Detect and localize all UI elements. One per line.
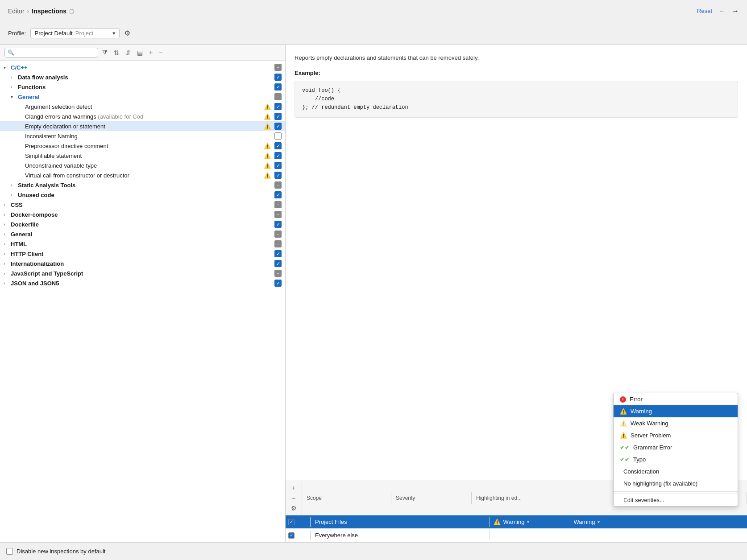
- right-panel: Reports empty declarations and statement…: [286, 45, 747, 542]
- checkbox-cpp[interactable]: −: [274, 64, 282, 71]
- tree-list: ▾ C/C++ − › Data flow analysis ✓ › Funct…: [0, 61, 285, 542]
- tree-item-preprocessor[interactable]: Preprocessor directive comment ⚠️ ✓: [0, 141, 285, 151]
- checkbox-html[interactable]: −: [274, 240, 282, 247]
- add-button[interactable]: +: [147, 48, 155, 58]
- item-label-html: HTML: [11, 241, 273, 247]
- dropdown-item-grammar-error[interactable]: ✔✔ Grammar Error: [614, 441, 738, 453]
- dropdown-item-error[interactable]: ! Error: [614, 393, 738, 406]
- item-label-static-tools: Static Analysis Tools: [18, 182, 273, 189]
- checkbox-json[interactable]: ✓: [274, 280, 282, 287]
- checkbox-inconsistent[interactable]: [274, 132, 282, 140]
- tree-item-static-tools[interactable]: › Static Analysis Tools −: [0, 180, 285, 190]
- checkbox-unused-code[interactable]: ✓: [274, 191, 282, 198]
- tree-item-dataflow[interactable]: › Data flow analysis ✓: [0, 72, 285, 82]
- breadcrumb-sep: ›: [27, 8, 29, 15]
- checkbox-i18n[interactable]: ✓: [274, 260, 282, 267]
- checkbox-arg-sel[interactable]: ✓: [274, 103, 282, 110]
- dropdown-item-warning[interactable]: ⚠️ Warning: [614, 405, 738, 417]
- checkbox-preprocessor[interactable]: ✓: [274, 142, 282, 149]
- code-block: void foo() { //code }; // redundant empt…: [295, 81, 738, 118]
- reset-button[interactable]: Reset: [697, 8, 712, 14]
- code-line-3: }; // redundant empty declaration: [302, 103, 730, 112]
- tree-item-docker-compose[interactable]: › Docker-compose −: [0, 210, 285, 219]
- item-label-inconsistent: Inconsistent Naming: [25, 133, 273, 140]
- dropdown-item-consideration[interactable]: Consideration: [614, 465, 738, 478]
- tree-item-arg-sel[interactable]: Argument selection defect ⚠️ ✓: [0, 102, 285, 111]
- checkbox-clangd[interactable]: ✓: [274, 113, 282, 120]
- checkbox-dataflow[interactable]: ✓: [274, 74, 282, 81]
- severity-label: Warning: [503, 519, 525, 525]
- checkbox-css[interactable]: −: [274, 201, 282, 208]
- scope-row-project-files[interactable]: ✓ Project Files ⚠️ Warning ▾ Warning ▾: [286, 515, 747, 529]
- tree-item-empty-decl[interactable]: Empty declaration or statement ⚠️ ✓: [0, 121, 285, 131]
- disable-new-inspections-checkbox[interactable]: [6, 548, 13, 555]
- checkbox-functions[interactable]: ✓: [274, 83, 282, 91]
- checkbox-unconstrained[interactable]: ✓: [274, 162, 282, 169]
- checkbox-static-tools[interactable]: −: [274, 181, 282, 189]
- disable-inspections-label: Disable new inspections by default: [17, 548, 105, 555]
- tree-item-unused-code[interactable]: › Unused code ✓: [0, 190, 285, 200]
- dropdown-item-server-problem[interactable]: ⚠️ Server Problem: [614, 429, 738, 441]
- example-label: Example:: [295, 70, 738, 76]
- checkbox-dockerfile[interactable]: ✓: [274, 221, 282, 228]
- checkbox-virtual-call[interactable]: ✓: [274, 172, 282, 179]
- tree-item-inconsistent[interactable]: Inconsistent Naming: [0, 131, 285, 141]
- left-panel: 🔍 ⧩ ⇅ ⇵ ▤ + − ▾ C/C++ −: [0, 45, 286, 542]
- scope-highlight-project-files[interactable]: Warning ▾: [570, 517, 747, 527]
- remove-button[interactable]: −: [157, 48, 165, 58]
- tree-item-js-ts[interactable]: › JavaScript and TypeScript −: [0, 268, 285, 278]
- expand-arrow: ›: [4, 261, 11, 266]
- item-label-general: General: [11, 231, 273, 238]
- nav-back-button[interactable]: ←: [718, 7, 726, 15]
- scope-col-header-severity: Severity: [391, 492, 472, 504]
- tree-item-simplifiable[interactable]: Simplifiable statement ⚠️ ✓: [0, 151, 285, 161]
- expand-arrow: ›: [4, 271, 11, 276]
- tree-item-dockerfile[interactable]: › Dockerfile ✓: [0, 219, 285, 229]
- gear-icon[interactable]: ⚙: [124, 29, 130, 37]
- dropdown-item-weak-warning[interactable]: ⚠️ Weak Warning: [614, 417, 738, 429]
- scope-severity-project-files[interactable]: ⚠️ Warning ▾: [490, 517, 570, 527]
- item-label-clangd: Clangd errors and warnings (available fo…: [25, 113, 264, 120]
- scope-severity-everywhere-else[interactable]: [490, 534, 570, 537]
- checkbox-simplifiable[interactable]: ✓: [274, 152, 282, 159]
- checkbox-empty-decl[interactable]: ✓: [274, 123, 282, 130]
- scope-row-everywhere-else[interactable]: ✓ Everywhere else: [286, 529, 747, 542]
- checkbox-js-ts[interactable]: −: [274, 270, 282, 277]
- add-scope-button[interactable]: +: [289, 483, 298, 492]
- breadcrumb: Editor › Inspections ▢: [8, 8, 74, 15]
- expand-arrow: ▾: [11, 95, 18, 99]
- remove-scope-button[interactable]: −: [289, 494, 298, 502]
- tree-item-html[interactable]: › HTML −: [0, 239, 285, 249]
- dropdown-item-no-highlight[interactable]: No highlighting (fix available): [614, 478, 738, 490]
- group-button[interactable]: ▤: [135, 48, 145, 58]
- checkbox-docker-compose[interactable]: −: [274, 211, 282, 218]
- nav-forward-button[interactable]: →: [732, 7, 739, 15]
- collapse-all-button[interactable]: ⇵: [123, 48, 133, 58]
- tree-item-cpp[interactable]: ▾ C/C++ −: [0, 62, 285, 72]
- dropdown-item-edit-severities[interactable]: Edit severities...: [614, 494, 738, 506]
- tree-item-clangd[interactable]: Clangd errors and warnings (available fo…: [0, 111, 285, 121]
- tree-item-i18n[interactable]: › Internationalization ✓: [0, 259, 285, 268]
- tree-item-json[interactable]: › JSON and JSON5 ✓: [0, 278, 285, 288]
- tree-item-general-cpp[interactable]: ▾ General −: [0, 92, 285, 102]
- checkbox-general-cpp[interactable]: −: [274, 93, 282, 100]
- tree-item-unconstrained[interactable]: Unconstrained variable type ⚠️ ✓: [0, 161, 285, 170]
- tree-item-http-client[interactable]: › HTTP Client ✓: [0, 249, 285, 259]
- dropdown-item-typo[interactable]: ✔✔ Typo: [614, 453, 738, 465]
- checkbox-general[interactable]: −: [274, 231, 282, 238]
- search-box: 🔍: [4, 48, 98, 58]
- checkbox-http-client[interactable]: ✓: [274, 250, 282, 257]
- tree-item-virtual-call[interactable]: Virtual call from constructor or destruc…: [0, 170, 285, 180]
- expand-all-button[interactable]: ⇅: [112, 48, 121, 58]
- profile-dropdown[interactable]: Project Default Project ▾: [30, 28, 120, 38]
- profile-row: Profile: Project Default Project ▾ ⚙: [0, 22, 747, 45]
- search-input[interactable]: [16, 49, 95, 56]
- tree-item-general[interactable]: › General −: [0, 229, 285, 239]
- settings-scope-button[interactable]: ⚙: [289, 504, 298, 513]
- scope-check: ✓: [288, 532, 295, 539]
- filter-button[interactable]: ⧩: [100, 47, 110, 58]
- tree-item-functions[interactable]: › Functions ✓: [0, 82, 285, 92]
- weak-warn-icon: ⚠️: [620, 420, 627, 427]
- tree-item-css[interactable]: › CSS −: [0, 200, 285, 210]
- warning-icon: ⚠️: [264, 172, 271, 179]
